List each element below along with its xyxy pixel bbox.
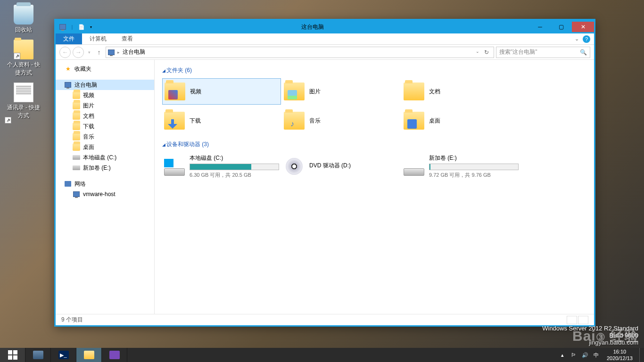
task-libraries[interactable] <box>102 348 127 362</box>
folder-music[interactable]: ♪音乐 <box>282 107 401 134</box>
nav-downloads[interactable]: 下载 <box>56 121 154 132</box>
server-manager-icon <box>33 351 43 359</box>
tray-expand-icon[interactable]: ▴ <box>559 351 566 359</box>
qat-dropdown-icon[interactable]: ▾ <box>87 23 95 31</box>
nav-drive-e[interactable]: 新加卷 (E:) <box>56 163 154 173</box>
ribbon-expand-icon[interactable]: ⌄ <box>575 36 579 42</box>
tab-file[interactable]: 文件 <box>56 33 82 44</box>
star-icon: ★ <box>64 65 72 73</box>
drive-icon <box>73 164 80 172</box>
view-details-button[interactable] <box>567 316 577 324</box>
folder-downloads[interactable]: 下载 <box>162 107 281 134</box>
clock-date: 2020/12/13 <box>607 355 633 362</box>
properties-icon[interactable]: 📄 <box>77 23 86 31</box>
tray-volume-icon[interactable]: 🔊 <box>581 351 589 359</box>
pc-icon <box>64 81 72 89</box>
drive-d[interactable]: DVD 驱动器 (D:) <box>282 152 401 181</box>
watermark-line1: Windows Server 2012 R2 Standard <box>542 325 638 332</box>
navigation-pane[interactable]: ★收藏夹 这台电脑 视频 图片 文档 下载 音乐 桌面 本地磁盘 (C:) 新加… <box>56 60 155 314</box>
view-icons-button[interactable] <box>578 316 588 324</box>
explorer-icon <box>84 351 94 359</box>
status-text: 9 个项目 <box>61 316 83 324</box>
show-desktop-button[interactable] <box>639 348 642 362</box>
nav-desktop[interactable]: 桌面 <box>56 142 154 152</box>
navigation-bar: ← → ▾ ↑ ▸ 这台电脑 ⌄ ↻ 搜索"这台电脑" 🔍 <box>56 45 594 60</box>
drive-c[interactable]: 本地磁盘 (C:) 6.30 GB 可用，共 20.5 GB <box>162 152 281 181</box>
watermark-baidu: jingyan.baidu.com <box>542 339 638 346</box>
watermark-line2: Build 9600 <box>542 332 638 339</box>
search-placeholder: 搜索"这台电脑" <box>499 48 537 56</box>
document-icon: ↗ <box>14 82 33 102</box>
tab-computer[interactable]: 计算机 <box>82 33 114 44</box>
folder-icon <box>73 112 80 120</box>
folder-icon <box>404 82 424 100</box>
drive-e-name: 新加卷 (E:) <box>429 154 519 162</box>
status-bar: 9 个项目 <box>56 314 594 325</box>
task-powershell[interactable]: ▶_ <box>51 348 76 362</box>
drive-e-usage-bar <box>429 164 519 170</box>
qat-sep: | <box>68 23 76 31</box>
contacts-shortcut[interactable]: ↗ 通讯录 - 快捷方式 <box>5 81 42 123</box>
folder-desktop[interactable]: 桌面 <box>402 107 520 134</box>
tray-flag-icon[interactable]: 🏳 <box>570 351 578 359</box>
folder-icon <box>404 112 424 130</box>
task-explorer[interactable] <box>76 348 102 362</box>
tray-ime-icon[interactable]: 中 <box>593 351 600 359</box>
start-button[interactable] <box>0 348 25 362</box>
nav-drive-c[interactable]: 本地磁盘 (C:) <box>56 152 154 163</box>
close-button[interactable]: ✕ <box>572 22 594 32</box>
tray-clock[interactable]: 16:10 2020/12/13 <box>604 348 636 362</box>
drive-c-stats: 6.30 GB 可用，共 20.5 GB <box>190 172 279 179</box>
nav-documents[interactable]: 文档 <box>56 111 154 121</box>
recycle-bin[interactable]: 回收站 <box>5 3 42 38</box>
computer-icon <box>73 190 80 198</box>
nav-vmware-host[interactable]: vmware-host <box>56 189 154 199</box>
address-bar[interactable]: ▸ 这台电脑 ⌄ ↻ <box>106 47 494 58</box>
group-folders-header[interactable]: ◢文件夹 (6) <box>162 66 586 74</box>
folder-icon <box>73 102 80 109</box>
nav-favorites[interactable]: ★收藏夹 <box>56 64 154 74</box>
window-controls: ─ ▢ ✕ <box>529 22 594 32</box>
nav-music[interactable]: 音乐 <box>56 132 154 142</box>
drive-e-stats: 9.72 GB 可用，共 9.76 GB <box>429 172 519 179</box>
content-pane[interactable]: ◢文件夹 (6) 视频 图片 文档 下载 ♪音乐 桌面 ◢设备和驱动器 (3) … <box>155 60 594 314</box>
search-icon[interactable]: 🔍 <box>580 49 587 56</box>
address-pc-icon <box>108 49 115 55</box>
drive-icon <box>73 154 80 161</box>
nav-back-button[interactable]: ← <box>59 47 71 58</box>
nav-network[interactable]: 网络 <box>56 179 154 189</box>
maximize-button[interactable]: ▢ <box>551 22 572 32</box>
help-icon[interactable]: ? <box>583 35 590 43</box>
profile-shortcut[interactable]: ↗ 个人资料 - 快捷方式 <box>5 38 42 81</box>
explorer-window: | 📄 ▾ 这台电脑 ─ ▢ ✕ 文件 计算机 查看 ⌄ ? ← → ▾ ↑ ▸… <box>54 19 595 327</box>
desktop-icons-area: 回收站 ↗ 个人资料 - 快捷方式 ↗ 通讯录 - 快捷方式 <box>5 3 42 123</box>
task-server-manager[interactable] <box>25 348 51 362</box>
nav-pictures[interactable]: 图片 <box>56 100 154 111</box>
drive-e[interactable]: 新加卷 (E:) 9.72 GB 可用，共 9.76 GB <box>402 152 520 181</box>
titlebar[interactable]: | 📄 ▾ 这台电脑 ─ ▢ ✕ <box>56 20 594 33</box>
minimize-button[interactable]: ─ <box>529 22 551 32</box>
nav-up-button[interactable]: ↑ <box>94 49 104 56</box>
address-dropdown-icon[interactable]: ⌄ <box>476 49 479 56</box>
quick-access-toolbar: | 📄 ▾ <box>58 23 95 31</box>
folder-pictures[interactable]: 图片 <box>282 78 401 105</box>
folder-icon <box>165 82 185 100</box>
group-devices-header[interactable]: ◢设备和驱动器 (3) <box>162 140 586 148</box>
nav-history-dropdown[interactable]: ▾ <box>86 47 92 58</box>
refresh-icon[interactable]: ↻ <box>484 49 489 56</box>
shortcut-arrow-icon: ↗ <box>14 53 20 59</box>
drive-c-name: 本地磁盘 (C:) <box>190 154 279 162</box>
folder-videos[interactable]: 视频 <box>162 78 281 105</box>
chevron-right-icon[interactable]: ▸ <box>117 50 120 55</box>
search-input[interactable]: 搜索"这台电脑" 🔍 <box>496 47 590 58</box>
nav-thispc[interactable]: 这台电脑 <box>56 80 154 90</box>
nav-forward-button[interactable]: → <box>73 47 84 58</box>
nav-videos[interactable]: 视频 <box>56 90 154 100</box>
profile-label: 个人资料 - 快捷方式 <box>6 61 41 77</box>
address-text: 这台电脑 <box>123 48 145 56</box>
folder-icon <box>284 82 305 100</box>
clock-time: 16:10 <box>607 348 633 355</box>
tab-view[interactable]: 查看 <box>114 33 140 44</box>
folder-documents[interactable]: 文档 <box>402 78 520 105</box>
recycle-bin-label: 回收站 <box>15 26 32 34</box>
